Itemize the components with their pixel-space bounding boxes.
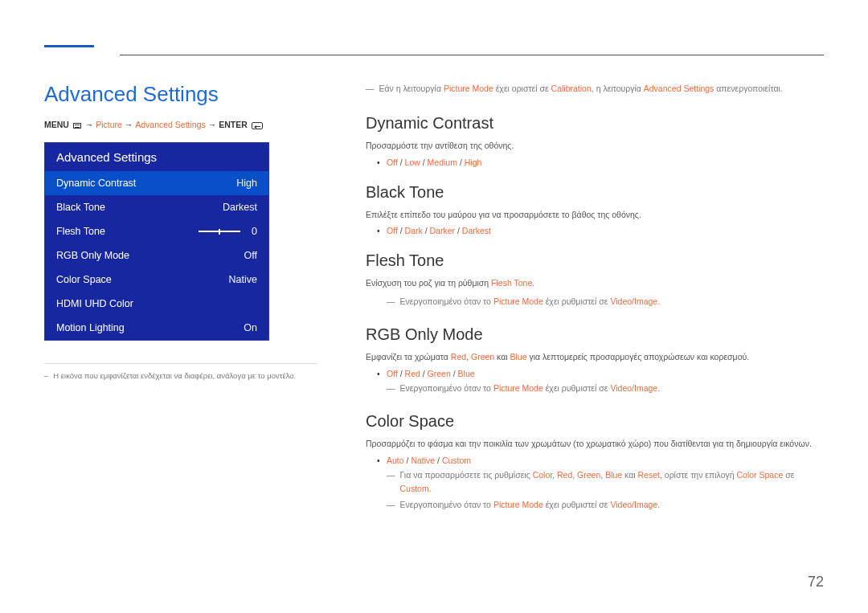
osd-value: On xyxy=(244,322,257,333)
left-column: Advanced Settings MENU → Picture → Advan… xyxy=(44,82,317,382)
note-dash: ― xyxy=(387,382,395,396)
bc-arrow: → xyxy=(208,120,219,129)
section-black-tone: Black Tone xyxy=(366,183,824,202)
osd-label: Color Space xyxy=(56,274,112,285)
opts-rgb-only-mode: Off / Red / Green / Blue xyxy=(387,369,824,378)
intro-note: ― Εάν η λειτουργία Picture Mode έχει ορι… xyxy=(366,82,824,96)
osd-label: Flesh Tone xyxy=(56,226,105,237)
note-text: Εάν η λειτουργία Picture Mode έχει οριστ… xyxy=(379,82,783,96)
header-accent-bar xyxy=(44,45,94,47)
enter-icon xyxy=(252,122,263,129)
note-rgb-only-mode: ― Ενεργοποιημένο όταν το Picture Mode έχ… xyxy=(387,382,824,396)
section-flesh-tone: Flesh Tone xyxy=(366,251,824,270)
bc-adv: Advanced Settings xyxy=(135,120,206,129)
osd-panel-header: Advanced Settings xyxy=(45,143,268,171)
osd-value: Off xyxy=(244,250,257,261)
osd-value: 0 xyxy=(252,226,257,237)
bc-arrow: → xyxy=(85,120,96,129)
note-dash: ― xyxy=(366,82,375,96)
osd-label: HDMI UHD Color xyxy=(56,298,133,309)
opts-dynamic-contrast: Off / Low / Medium / High xyxy=(387,157,824,167)
note-text: Η εικόνα που εμφανίζεται ενδέχεται να δι… xyxy=(53,370,296,382)
menu-icon xyxy=(73,123,81,129)
desc-dynamic-contrast: Προσαρμόστε την αντίθεση της οθόνης. xyxy=(366,139,824,153)
osd-slider[interactable]: 0 xyxy=(199,226,257,237)
opts-color-space: Auto / Native / Custom xyxy=(387,456,824,465)
osd-row-hdmi-uhd-color[interactable]: HDMI UHD Color xyxy=(45,292,268,316)
section-dynamic-contrast: Dynamic Contrast xyxy=(366,114,824,133)
opts-black-tone: Off / Dark / Darker / Darkest xyxy=(387,226,824,235)
osd-label: Black Tone xyxy=(56,202,105,213)
note-color-space-1: ― Για να προσαρμόσετε τις ρυθμίσεις Colo… xyxy=(387,468,824,497)
osd-value: Native xyxy=(229,274,257,285)
note-flesh-tone: ― Ενεργοποιημένο όταν το Picture Mode έχ… xyxy=(387,295,824,309)
right-column: ― Εάν η λειτουργία Picture Mode έχει ορι… xyxy=(366,82,824,513)
bc-menu: MENU xyxy=(44,120,69,129)
slider-knob[interactable] xyxy=(219,229,220,235)
note-dash: – xyxy=(44,370,48,382)
desc-black-tone: Επιλέξτε επίπεδο του μαύρου για να προσα… xyxy=(366,208,824,222)
desc-rgb-only-mode: Εμφανίζει τα χρώματα Red, Green και Blue… xyxy=(366,350,824,364)
note-dash: ― xyxy=(387,468,395,497)
osd-panel: Advanced Settings Dynamic Contrast High … xyxy=(44,142,269,341)
section-color-space: Color Space xyxy=(366,412,824,431)
osd-row-flesh-tone[interactable]: Flesh Tone 0 xyxy=(45,219,268,243)
osd-row-dynamic-contrast[interactable]: Dynamic Contrast High xyxy=(45,171,268,195)
osd-row-motion-lighting[interactable]: Motion Lighting On xyxy=(45,316,268,340)
bc-picture: Picture xyxy=(96,120,122,129)
osd-label: Dynamic Contrast xyxy=(56,178,136,189)
bc-arrow: → xyxy=(125,120,135,129)
left-note: – Η εικόνα που εμφανίζεται ενδέχεται να … xyxy=(44,370,317,382)
note-color-space-2: ― Ενεργοποιημένο όταν το Picture Mode έχ… xyxy=(387,498,824,513)
page-title: Advanced Settings xyxy=(44,82,317,107)
osd-row-color-space[interactable]: Color Space Native xyxy=(45,268,268,292)
osd-label: RGB Only Mode xyxy=(56,250,129,261)
breadcrumb: MENU → Picture → Advanced Settings → ENT… xyxy=(44,120,317,129)
osd-row-rgb-only-mode[interactable]: RGB Only Mode Off xyxy=(45,243,268,268)
osd-row-black-tone[interactable]: Black Tone Darkest xyxy=(45,195,268,219)
page-number: 72 xyxy=(808,574,824,591)
osd-value: High xyxy=(236,178,257,189)
bc-enter: ENTER xyxy=(219,120,248,129)
header-divider xyxy=(120,55,824,55)
slider-track[interactable] xyxy=(199,231,240,232)
desc-flesh-tone: Ενίσχυση του ροζ για τη ρύθμιση Flesh To… xyxy=(366,276,824,290)
desc-color-space: Προσαρμόζει το φάσμα και την ποικιλία τω… xyxy=(366,437,824,451)
osd-label: Motion Lighting xyxy=(56,322,125,333)
note-dash: ― xyxy=(387,498,395,513)
section-rgb-only-mode: RGB Only Mode xyxy=(366,325,824,344)
osd-value: Darkest xyxy=(223,202,257,213)
left-divider xyxy=(44,363,317,364)
note-dash: ― xyxy=(387,295,395,309)
